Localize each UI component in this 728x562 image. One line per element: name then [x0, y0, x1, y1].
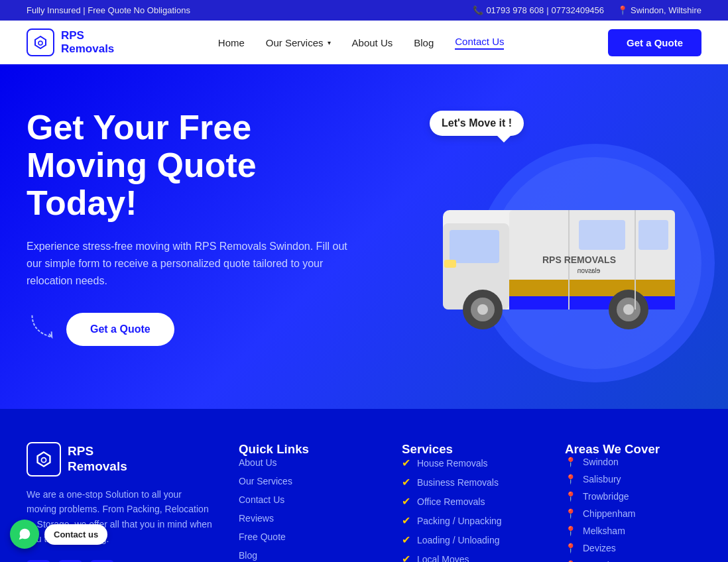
svg-text:elasvon: elasvon [577, 267, 600, 274]
map-pin-icon: 📍 [565, 457, 576, 467]
service-item: ✔Business Removals [402, 476, 538, 488]
nav-blog[interactable]: Blog [414, 37, 434, 48]
whatsapp-icon[interactable] [90, 560, 114, 562]
quick-link[interactable]: Contact Us [239, 494, 284, 505]
map-pin-icon: 📍 [565, 543, 576, 553]
phone-separator: | [546, 5, 548, 15]
area-item: 📍Devizes [565, 543, 701, 553]
footer-logo: RPS Removals [27, 442, 212, 477]
svg-text:RPS REMOVALS: RPS REMOVALS [542, 254, 616, 265]
location-text: Swindon, Wiltshire [631, 5, 701, 15]
speech-bubble: Let's Move it ! [430, 111, 524, 136]
services-list: ✔House Removals✔Business Removals✔Office… [402, 457, 538, 562]
hero-quote-button[interactable]: Get a Quote [66, 313, 174, 346]
nav-about[interactable]: About Us [352, 37, 393, 48]
service-item: ✔Packing / Unpacking [402, 514, 538, 527]
nav-contact[interactable]: Contact Us [455, 36, 504, 50]
whatsapp-float[interactable]: Contact us [10, 520, 107, 549]
quick-link-item: Free Quote [239, 531, 375, 543]
top-bar-info: Fully Innsured | Free Quote No Obligatio… [27, 5, 190, 15]
footer-logo-text: RPS Removals [68, 444, 127, 475]
area-label: Swindon [583, 457, 619, 467]
location-icon: 📍 [617, 5, 628, 15]
phone-info[interactable]: 📞 01793 978 608 | 07732409456 [473, 5, 604, 15]
area-item: 📍Melksham [565, 526, 701, 536]
arrow-icon [24, 311, 62, 347]
header-quote-button[interactable]: Get a Quote [608, 29, 701, 56]
main-nav: Home Our Services ▾ About Us Blog Contac… [218, 36, 505, 50]
footer-logo-name: RPS [68, 444, 93, 458]
area-item: 📍Chippenham [565, 508, 701, 519]
area-item: 📍Salisbury [565, 474, 701, 484]
logo-text: RPS Removals [61, 29, 114, 56]
quick-link[interactable]: About Us [239, 457, 277, 468]
quick-link-item: About Us [239, 457, 375, 469]
service-item: ✔House Removals [402, 457, 538, 469]
service-label: Loading / Unloading [417, 535, 500, 545]
nav-home[interactable]: Home [218, 37, 245, 48]
area-label: Devizes [583, 543, 616, 553]
service-label: Office Removals [417, 496, 485, 507]
footer-areas: Areas We Cover 📍Swindon📍Salisbury📍Trowbr… [565, 442, 701, 562]
quick-link[interactable]: Blog [239, 550, 257, 561]
service-label: Local Moves [417, 554, 469, 563]
area-label: Trowbridge [583, 491, 629, 502]
top-bar-right: 📞 01793 978 608 | 07732409456 📍 Swindon,… [473, 5, 701, 15]
area-label: Melksham [583, 526, 625, 536]
areas-list: 📍Swindon📍Salisbury📍Trowbridge📍Chippenham… [565, 457, 701, 562]
check-icon: ✔ [402, 553, 410, 562]
quick-link-item: Our Services [239, 475, 375, 487]
top-bar: Fully Innsured | Free Quote No Obligatio… [0, 0, 728, 21]
check-icon: ✔ [402, 457, 410, 469]
logo[interactable]: RPS Removals [27, 28, 114, 56]
top-bar-left: Fully Innsured | Free Quote No Obligatio… [27, 5, 190, 15]
area-item: 📍Trowbridge [565, 491, 701, 502]
hero-section: Get Your Free Moving Quote Today! Experi… [0, 64, 728, 409]
quick-links-list: About UsOur ServicesContact UsReviewsFre… [239, 457, 375, 562]
svg-point-0 [38, 41, 42, 45]
svg-rect-6 [509, 296, 675, 309]
svg-point-10 [477, 304, 488, 315]
service-item: ✔Local Moves [402, 553, 538, 562]
check-icon: ✔ [402, 495, 410, 508]
phone2: 07732409456 [552, 5, 605, 15]
quick-link-item: Contact Us [239, 494, 375, 506]
header: RPS Removals Home Our Services ▾ About U… [0, 21, 728, 64]
area-label: Salisbury [583, 474, 621, 484]
chevron-down-icon: ▾ [328, 39, 331, 46]
logo-name: RPS [61, 29, 114, 42]
whatsapp-button[interactable] [10, 520, 39, 549]
phone1: 01793 978 608 [486, 5, 544, 15]
footer-logo-subtitle: Removals [68, 459, 127, 473]
instagram-icon[interactable] [58, 560, 82, 562]
quick-link-item: Blog [239, 549, 375, 561]
svg-point-20 [41, 458, 46, 463]
svg-point-13 [623, 304, 634, 315]
location-info: 📍 Swindon, Wiltshire [617, 5, 701, 15]
check-icon: ✔ [402, 514, 410, 527]
area-item: 📍Swindon [565, 457, 701, 467]
hero-left: Get Your Free Moving Quote Today! Experi… [27, 109, 358, 351]
nav-services[interactable]: Our Services ▾ [266, 37, 331, 48]
footer-services: Services ✔House Removals✔Business Remova… [402, 442, 538, 562]
facebook-icon[interactable] [27, 560, 50, 562]
quick-link[interactable]: Our Services [239, 476, 292, 486]
hero-description: Experience stress-free moving with RPS R… [27, 238, 358, 289]
check-icon: ✔ [402, 534, 410, 546]
svg-rect-3 [450, 230, 499, 263]
map-pin-icon: 📍 [565, 508, 576, 519]
service-label: Packing / Unpacking [417, 516, 502, 526]
footer-quick-links: Quick Links About UsOur ServicesContact … [239, 442, 375, 562]
services-title: Services [402, 442, 538, 457]
van-image: elasvon RPS REMOVALS [436, 117, 688, 343]
area-label: Chippenham [583, 508, 635, 519]
quick-links-title: Quick Links [239, 442, 375, 457]
logo-subtitle: Removals [61, 42, 114, 56]
service-label: Business Removals [417, 477, 499, 488]
map-pin-icon: 📍 [565, 474, 576, 484]
svg-rect-16 [579, 220, 625, 250]
social-icons [27, 560, 212, 562]
quick-link[interactable]: Reviews [239, 513, 274, 524]
quick-link[interactable]: Free Quote [239, 532, 286, 542]
service-label: House Removals [417, 458, 488, 469]
